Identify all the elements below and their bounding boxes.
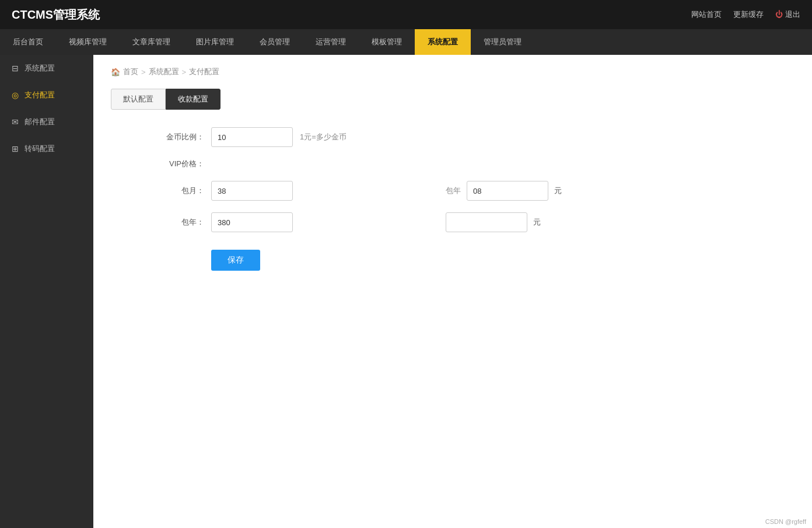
nav-item-operation[interactable]: 运营管理 <box>303 29 359 55</box>
sidebar-item-transcode[interactable]: ⊞ 转码配置 <box>0 135 93 162</box>
sidebar-item-transcode-label: 转码配置 <box>24 144 55 154</box>
sidebar-item-system-config[interactable]: ⊟ 系统配置 <box>0 55 93 82</box>
yearly-unit-input[interactable] <box>446 212 527 232</box>
website-home-link[interactable]: 网站首页 <box>691 9 722 20</box>
monthly-row: 包月： 包年 元 <box>158 181 794 201</box>
home-icon: 🏠 <box>111 68 120 76</box>
monthly-label: 包月： <box>158 186 204 196</box>
nav-item-member[interactable]: 会员管理 <box>247 29 303 55</box>
coin-ratio-label: 金币比例： <box>158 132 204 142</box>
tab-payment-config[interactable]: 收款配置 <box>166 89 220 110</box>
sidebar-item-email[interactable]: ✉ 邮件配置 <box>0 109 93 135</box>
nav-item-template[interactable]: 模板管理 <box>359 29 415 55</box>
sidebar-item-system-label: 系统配置 <box>24 63 55 74</box>
transcode-icon: ⊞ <box>10 144 20 153</box>
coin-ratio-hint: 1元=多少金币 <box>300 132 346 142</box>
nav-item-home[interactable]: 后台首页 <box>0 29 56 55</box>
nav-item-system[interactable]: 系统配置 <box>415 29 471 55</box>
breadcrumb-current: 支付配置 <box>189 67 219 77</box>
sidebar-item-email-label: 邮件配置 <box>24 117 55 127</box>
nav-item-admin[interactable]: 管理员管理 <box>471 29 534 55</box>
main-content: 🏠 首页 > 系统配置 > 支付配置 默认配置 收款配置 金币比例： 1元=多少… <box>93 55 812 528</box>
tab-default-config[interactable]: 默认配置 <box>111 89 166 110</box>
vip-price-row: VIP价格： <box>158 159 794 169</box>
tab-group: 默认配置 收款配置 <box>111 89 794 110</box>
nav-item-article[interactable]: 文章库管理 <box>120 29 183 55</box>
nav-item-image[interactable]: 图片库管理 <box>183 29 247 55</box>
refresh-cache-link[interactable]: 更新缓存 <box>733 9 764 20</box>
yearly-label: 包年： <box>158 217 204 228</box>
system-config-icon: ⊟ <box>10 64 20 73</box>
main-layout: ⊟ 系统配置 ◎ 支付配置 ✉ 邮件配置 ⊞ 转码配置 🏠 首页 > 系统配置 … <box>0 55 812 528</box>
save-button[interactable]: 保存 <box>211 250 260 271</box>
logo-suffix: 管理系统 <box>53 8 100 21</box>
coin-ratio-input[interactable] <box>211 127 293 147</box>
breadcrumb-home: 首页 <box>123 67 138 77</box>
monthly-unit-input[interactable] <box>467 181 548 201</box>
monthly-unit-label: 包年 <box>446 186 461 196</box>
logo: CTCMS管理系统 <box>12 7 100 23</box>
logo-brand: CTCMS <box>12 8 53 21</box>
sidebar: ⊟ 系统配置 ◎ 支付配置 ✉ 邮件配置 ⊞ 转码配置 <box>0 55 93 528</box>
yearly-input[interactable] <box>211 212 293 232</box>
breadcrumb-parent: 系统配置 <box>149 67 179 77</box>
footer: CSDN @rgfeff <box>765 518 806 525</box>
payment-form: 金币比例： 1元=多少金币 VIP价格： 包月： 包年 元 包年： <box>111 127 794 271</box>
logout-link[interactable]: ⏻退出 <box>775 9 800 20</box>
monthly-unit-text: 元 <box>554 186 562 196</box>
nav-bar: 后台首页 视频库管理 文章库管理 图片库管理 会员管理 运营管理 模板管理 系统… <box>0 29 812 55</box>
monthly-input[interactable] <box>211 181 293 201</box>
vip-price-label: VIP价格： <box>158 159 204 169</box>
power-icon: ⏻ <box>775 10 783 19</box>
yearly-unit-text: 元 <box>533 217 541 228</box>
sidebar-item-payment-label: 支付配置 <box>24 90 55 100</box>
footer-text: CSDN @rgfeff <box>765 518 806 525</box>
breadcrumb-sep2: > <box>182 68 187 76</box>
sidebar-item-payment[interactable]: ◎ 支付配置 <box>0 82 93 109</box>
save-row: 保存 <box>158 244 794 271</box>
email-icon: ✉ <box>10 117 20 127</box>
logout-label: 退出 <box>785 10 800 19</box>
yearly-row: 包年： 元 <box>158 212 794 232</box>
payment-icon: ◎ <box>10 90 20 100</box>
coin-ratio-row: 金币比例： 1元=多少金币 <box>158 127 794 147</box>
nav-item-video[interactable]: 视频库管理 <box>56 29 120 55</box>
top-actions: 网站首页 更新缓存 ⏻退出 <box>691 9 800 20</box>
top-bar: CTCMS管理系统 网站首页 更新缓存 ⏻退出 <box>0 0 812 29</box>
breadcrumb: 🏠 首页 > 系统配置 > 支付配置 <box>111 67 794 77</box>
breadcrumb-sep1: > <box>141 68 146 76</box>
